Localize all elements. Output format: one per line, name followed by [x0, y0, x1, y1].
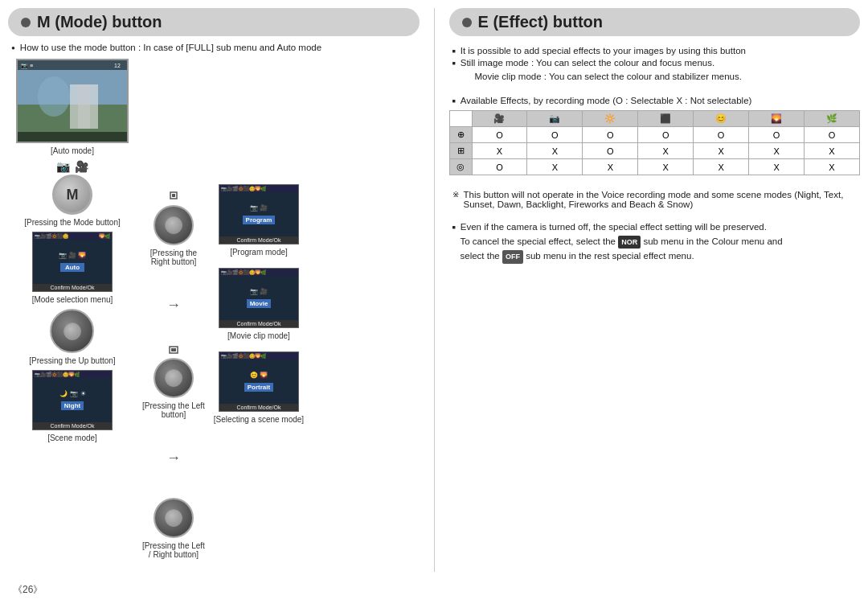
available-effects-bullet: Available Effects, by recording mode (O … — [449, 96, 861, 105]
th-macro: 🌿 — [805, 111, 860, 127]
select-text: select the — [461, 251, 500, 261]
note-text: This button will not operate in the Voic… — [464, 190, 861, 209]
auto-mode-label: [Auto mode] — [51, 146, 94, 155]
off-badge: OFF — [502, 250, 523, 263]
available-effects-area: Available Effects, by recording mode (O … — [449, 96, 861, 175]
pressing-left-right-label: [Pressing the Left / Right button] — [141, 541, 206, 559]
left-col1: 📷 ≡ 12 [Auto mode] 📷 🎥 M — [8, 59, 137, 572]
right-dial — [154, 205, 194, 245]
available-effects-text: Available Effects, by recording mode (O … — [461, 96, 752, 105]
movie-area: 📷🎥🎬🔆⬛😊🌄🌿 📷🎥 Movie Confirm Mode/Ok — [219, 268, 299, 340]
svg-point-2 — [38, 76, 70, 117]
cancel-text: To cancel the special effect, select the — [461, 236, 616, 246]
program-top-bar: 📷🎥🎬🔆⬛😊🌄🌿 — [219, 185, 298, 192]
program-mode-label: [Program mode] — [230, 248, 288, 257]
even-if-area: Even if the camera is turned off, the sp… — [449, 222, 861, 264]
left-content-area: 📷 ≡ 12 [Auto mode] 📷 🎥 M — [8, 59, 420, 572]
right-icon — [167, 189, 180, 203]
row3-val4: X — [638, 159, 694, 175]
svg-text:12: 12 — [114, 63, 121, 68]
row2-icon: ⊞ — [449, 143, 472, 159]
right-info-rows: It is possible to add special effects to… — [449, 46, 861, 83]
row1-val6: O — [749, 127, 805, 143]
photo-area: 📷 ≡ 12 [Auto mode] — [16, 59, 129, 155]
up-dial — [50, 309, 94, 353]
table-row-1: ⊕ O O O O O O O — [449, 127, 860, 143]
th-portrait: 😊 — [694, 111, 749, 127]
left-section-header: M (Mode) button — [8, 8, 420, 36]
left-section-title: M (Mode) button — [37, 13, 162, 31]
pressing-up-label: [Pressing the Up button] — [29, 356, 115, 365]
mode-selection-area: 📷🎥🎬🔆⬛😊🌄🌿 📷🎥🌄 Auto Confirm Mode/Ok — [32, 232, 113, 304]
left-intro-bullet: How to use the mode button : In case of … — [8, 43, 420, 52]
th-scene: ⬛ — [638, 111, 694, 127]
bullet-2: Still image mode : You can select the co… — [449, 58, 861, 68]
bullet-1-text: It is possible to add special effects to… — [461, 46, 746, 55]
movie-screen: 📷🎥🎬🔆⬛😊🌄🌿 📷🎥 Movie Confirm Mode/Ok — [219, 268, 299, 328]
row1-val7: O — [805, 127, 860, 143]
night-label: Night — [61, 401, 84, 410]
row2-val3: O — [583, 143, 638, 159]
portrait-screen: 📷🎥🎬🔆⬛😊🌄🌿 😊🌄 Portrait Confirm Mode/Ok — [219, 351, 299, 412]
arrow-right-2: → — [166, 450, 181, 466]
left-panel: M (Mode) button How to use the mode butt… — [8, 8, 420, 572]
movie-label: Movie — [247, 299, 272, 308]
row2-val7: X — [805, 143, 860, 159]
camera-icon: 📷 — [56, 160, 70, 173]
pressing-right-label: [Pressing the Right button] — [141, 249, 206, 266]
row2-val2: X — [527, 143, 583, 159]
right-section-title: E (Effect) button — [478, 13, 604, 31]
row1-icon: ⊕ — [449, 127, 472, 143]
mode-btn-area: 📷 🎥 M [Pressing the Mode button] — [24, 160, 121, 227]
portrait-confirm: Confirm Mode/Ok — [219, 404, 298, 411]
pressing-left-label: [Pressing the Left button] — [141, 401, 206, 419]
up-button-area: [Pressing the Up button] — [29, 309, 115, 365]
bullet-1: It is possible to add special effects to… — [449, 46, 861, 55]
row3-val7: X — [805, 159, 860, 175]
svg-rect-4 — [78, 84, 90, 129]
dial-inner-right — [165, 216, 182, 234]
row3-val3: X — [583, 159, 638, 175]
row3-val6: X — [749, 159, 805, 175]
page-number: 《26》 — [13, 583, 43, 597]
header-bullet-right — [462, 18, 472, 27]
right-panel: E (Effect) button It is possible to add … — [449, 8, 861, 572]
left-icon — [167, 345, 180, 356]
left-btn-area: [Pressing the Left button] — [141, 345, 206, 419]
row3-val1: O — [472, 159, 527, 175]
movie-confirm: Confirm Mode/Ok — [219, 320, 298, 327]
row2-val1: X — [472, 143, 527, 159]
cancel-mid: sub menu in the Colour menu and — [643, 236, 782, 246]
program-area: 📷🎥🎬🔆⬛😊🌄🌿 📷🎥 Program Confirm Mode/Ok — [219, 184, 299, 257]
panel-divider — [434, 8, 435, 572]
page-footer: 《26》 — [0, 580, 868, 600]
th-brightness: 🔆 — [583, 111, 638, 127]
th-video: 🎥 — [472, 111, 527, 127]
row3-icon: ◎ — [449, 159, 472, 175]
mode-button-icon: M — [52, 175, 92, 215]
left-col2: [Pressing the Right button] → [ — [141, 59, 206, 572]
program-confirm: Confirm Mode/Ok — [219, 236, 298, 244]
row2-val4: X — [638, 143, 694, 159]
right-section-header: E (Effect) button — [449, 8, 861, 36]
mode-selection-screen: 📷🎥🎬🔆⬛😊🌄🌿 📷🎥🌄 Auto Confirm Mode/Ok — [32, 232, 113, 292]
cancel-text-area: To cancel the special effect, select the… — [449, 234, 861, 264]
table-row-2: ⊞ X X O X X X X — [449, 143, 860, 159]
portrait-area: 📷🎥🎬🔆⬛😊🌄🌿 😊🌄 Portrait Confirm Mode/Ok — [214, 351, 304, 424]
left-right-dial — [154, 498, 194, 538]
scene-mode-label: [Scene mode] — [47, 434, 97, 442]
arrow-right-1: → — [166, 297, 181, 314]
svg-rect-10 — [172, 194, 175, 197]
note-bullet: This button will not operate in the Voic… — [449, 190, 861, 209]
scene-top-bar: 📷🎥🎬🔆⬛😊🌄🌿 — [33, 371, 112, 378]
program-label: Program — [243, 216, 276, 224]
screen-confirm-1: Confirm Mode/Ok — [33, 284, 112, 291]
svg-rect-8 — [18, 132, 127, 142]
header-bullet-left — [21, 18, 31, 27]
screen-top-bar-1: 📷🎥🎬🔆⬛😊🌄🌿 — [33, 232, 112, 240]
row1-val3: O — [583, 127, 638, 143]
cancel-end: sub menu in the rest special effect menu… — [526, 251, 694, 261]
svg-rect-12 — [171, 348, 176, 351]
th-camera: 📷 — [527, 111, 583, 127]
left-intro-text: How to use the mode button : In case of … — [20, 43, 321, 52]
